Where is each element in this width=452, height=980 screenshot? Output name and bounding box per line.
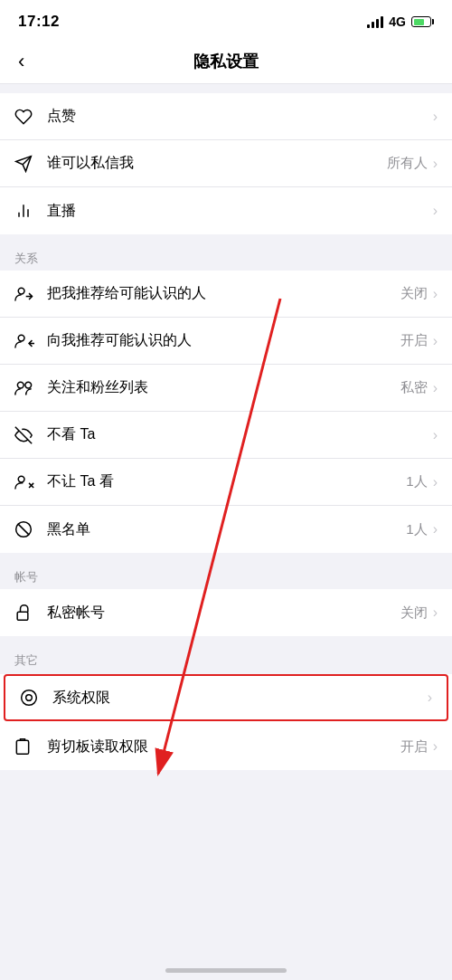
recommend-to-arrow: › bbox=[433, 286, 438, 302]
battery-icon bbox=[411, 16, 434, 27]
section-other: 其它 系统权限 › bbox=[0, 645, 452, 770]
blacklist-value: 1人 bbox=[406, 521, 427, 538]
menu-item-live[interactable]: 直播 › bbox=[0, 187, 452, 234]
menu-item-system-permissions[interactable]: 系统权限 › bbox=[4, 674, 448, 721]
recommend-from-arrow: › bbox=[433, 333, 438, 349]
menu-item-private-account[interactable]: 私密帐号 关闭 › bbox=[0, 589, 452, 636]
recommend-from-value: 开启 bbox=[400, 332, 428, 349]
svg-rect-17 bbox=[17, 612, 28, 620]
message-arrow: › bbox=[433, 156, 438, 172]
recommend-to-icon bbox=[14, 285, 40, 303]
live-icon bbox=[14, 202, 40, 220]
section-label-account: 帐号 bbox=[0, 562, 452, 589]
not-let-see-arrow: › bbox=[433, 474, 438, 490]
not-let-see-icon bbox=[14, 473, 40, 491]
menu-item-follow-list[interactable]: 关注和粉丝列表 私密 › bbox=[0, 365, 452, 412]
menu-item-likes[interactable]: 点赞 › bbox=[0, 93, 452, 140]
clipboard-value: 开启 bbox=[400, 738, 428, 756]
blacklist-label: 黑名单 bbox=[47, 520, 406, 539]
not-see-icon bbox=[14, 426, 40, 444]
clipboard-label: 剪切板读取权限 bbox=[47, 737, 400, 756]
likes-icon bbox=[14, 108, 40, 126]
likes-arrow: › bbox=[433, 109, 438, 125]
live-arrow: › bbox=[433, 203, 438, 219]
system-permissions-icon bbox=[20, 689, 45, 707]
follow-list-icon bbox=[14, 379, 40, 397]
recommend-from-icon bbox=[14, 332, 40, 350]
svg-point-19 bbox=[26, 695, 33, 701]
system-permissions-arrow: › bbox=[428, 690, 432, 706]
not-see-label: 不看 Ta bbox=[47, 425, 428, 444]
back-button[interactable]: ‹ bbox=[18, 52, 24, 71]
message-icon bbox=[14, 155, 40, 173]
menu-item-not-let-see[interactable]: 不让 Ta 看 1人 › bbox=[0, 459, 452, 506]
clipboard-icon bbox=[14, 737, 40, 756]
private-account-value: 关闭 bbox=[400, 604, 428, 622]
private-account-arrow: › bbox=[433, 604, 438, 621]
svg-rect-20 bbox=[16, 740, 28, 754]
section-group-relationship: 把我推荐给可能认识的人 关闭 › 向我推荐可能认识的人 开启 › bbox=[0, 271, 452, 553]
section-label-other: 其它 bbox=[0, 645, 452, 672]
recommend-to-value: 关闭 bbox=[400, 285, 428, 302]
menu-item-message[interactable]: 谁可以私信我 所有人 › bbox=[0, 140, 452, 187]
message-value: 所有人 bbox=[387, 155, 428, 172]
menu-item-blacklist[interactable]: 黑名单 1人 › bbox=[0, 506, 452, 553]
live-label: 直播 bbox=[47, 202, 428, 221]
follow-list-value: 私密 bbox=[400, 379, 428, 396]
svg-point-9 bbox=[17, 382, 24, 388]
likes-label: 点赞 bbox=[47, 107, 428, 126]
header: ‹ 隐私设置 bbox=[0, 40, 452, 84]
menu-item-not-see[interactable]: 不看 Ta › bbox=[0, 412, 452, 459]
section-group-other: 系统权限 › 剪切板读取权限 开启 › bbox=[0, 674, 452, 770]
private-account-label: 私密帐号 bbox=[47, 604, 400, 623]
home-indicator bbox=[0, 949, 452, 980]
menu-item-clipboard[interactable]: 剪切板读取权限 开启 › bbox=[0, 723, 452, 770]
svg-line-16 bbox=[18, 524, 29, 535]
private-account-icon bbox=[14, 604, 40, 622]
page-title: 隐私设置 bbox=[193, 51, 259, 72]
svg-point-10 bbox=[25, 382, 32, 388]
follow-list-label: 关注和粉丝列表 bbox=[47, 378, 400, 397]
network-label: 4G bbox=[389, 14, 406, 29]
menu-item-recommend-from[interactable]: 向我推荐可能认识的人 开启 › bbox=[0, 318, 452, 365]
section-group-general: 点赞 › 谁可以私信我 所有人 › bbox=[0, 93, 452, 234]
blacklist-arrow: › bbox=[433, 521, 438, 538]
recommend-from-label: 向我推荐可能认识的人 bbox=[47, 331, 400, 350]
home-bar bbox=[165, 968, 287, 973]
svg-point-5 bbox=[18, 288, 24, 294]
follow-list-arrow: › bbox=[433, 380, 438, 396]
svg-point-12 bbox=[18, 476, 24, 482]
blacklist-icon bbox=[14, 520, 40, 538]
not-let-see-label: 不让 Ta 看 bbox=[47, 472, 406, 491]
status-time: 17:12 bbox=[18, 13, 60, 31]
clipboard-arrow: › bbox=[433, 738, 438, 755]
svg-point-7 bbox=[18, 335, 24, 341]
not-let-see-value: 1人 bbox=[406, 473, 427, 490]
section-account: 帐号 私密帐号 关闭 › bbox=[0, 562, 452, 636]
section-group-account: 私密帐号 关闭 › bbox=[0, 589, 452, 636]
svg-point-18 bbox=[22, 690, 37, 706]
recommend-to-label: 把我推荐给可能认识的人 bbox=[47, 284, 400, 303]
message-label: 谁可以私信我 bbox=[47, 154, 387, 173]
section-relationship: 关系 把我推荐给可能认识的人 关闭 › bbox=[0, 243, 452, 553]
menu-item-recommend-to[interactable]: 把我推荐给可能认识的人 关闭 › bbox=[0, 271, 452, 318]
not-see-arrow: › bbox=[433, 427, 438, 443]
status-bar: 17:12 4G bbox=[0, 0, 452, 40]
status-icons: 4G bbox=[367, 14, 434, 29]
signal-icon bbox=[367, 15, 383, 28]
section-label-relationship: 关系 bbox=[0, 243, 452, 271]
system-permissions-label: 系统权限 bbox=[52, 689, 422, 708]
section-general: 点赞 › 谁可以私信我 所有人 › bbox=[0, 93, 452, 234]
